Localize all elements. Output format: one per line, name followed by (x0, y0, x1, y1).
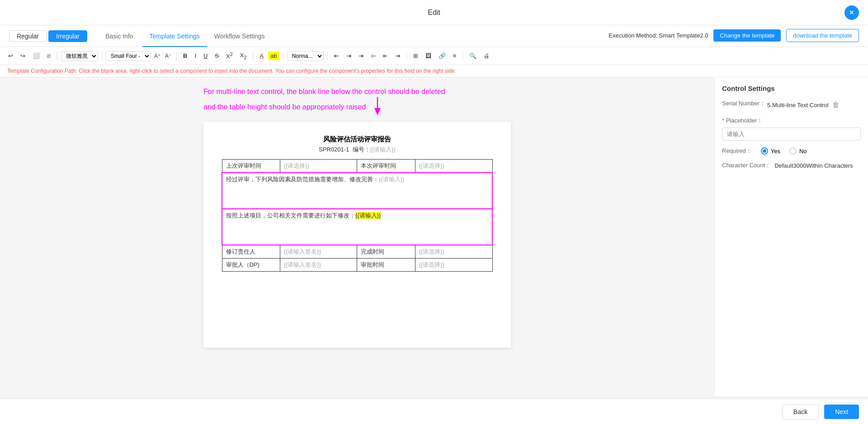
table-cell: {{请输入签名}} (280, 259, 357, 272)
required-no-radio[interactable] (789, 147, 797, 155)
undo-button[interactable]: ↩ (5, 52, 16, 60)
page-title: Edit (428, 9, 440, 17)
delete-icon[interactable]: 🗑 (832, 101, 840, 109)
doc-subtitle-placeholder: {{请输入}} (370, 146, 396, 153)
font-color-button[interactable]: A (257, 52, 266, 60)
tab-basic-info[interactable]: Basic Info. (98, 25, 142, 47)
table-cell: 本次评审时间 (357, 160, 415, 173)
toolbar-separator-7 (406, 52, 407, 61)
indent-increase-button[interactable]: ⇥ (392, 52, 403, 60)
toolbar-separator-4 (253, 52, 253, 61)
font-size-select[interactable]: Small Four - (106, 51, 151, 61)
bottom-bar: Back Next (0, 399, 868, 424)
required-asterisk: * (722, 117, 726, 124)
align-center-button[interactable]: ⇥ (344, 52, 354, 60)
panel-title: Control Settings (722, 85, 861, 92)
table-cell: 审批人（DP) (222, 259, 280, 272)
italic-button[interactable]: I (192, 52, 199, 60)
toolbar-separator-6 (327, 52, 328, 61)
irregular-mode-button[interactable]: Irregular (48, 30, 87, 42)
right-panel: Control Settings Serial Number： 5.Multi-… (714, 77, 868, 396)
required-field: Required： Yes No (722, 147, 861, 155)
align-right-button[interactable]: ⇥ (356, 52, 366, 60)
char-count-field: Character Count： Default3000Within Chara… (722, 161, 861, 170)
table-row: 上次评审时间 {{请选择}} 本次评审时间 {{请选择}} (222, 160, 492, 173)
bold-button[interactable]: B (180, 52, 190, 60)
clear-button[interactable]: ⎚ (44, 52, 53, 60)
download-template-button[interactable]: download the template (786, 29, 859, 42)
subscript-button[interactable]: X2 (237, 51, 250, 61)
table-cell: {{请选择}} (415, 160, 492, 173)
tab-bar: Regular Irregular Basic Info. Template S… (0, 25, 868, 47)
cell-placeholder: {{请选择}} (419, 162, 444, 169)
cell-placeholder: {{请输入签名}} (284, 261, 321, 268)
placeholder-input[interactable] (722, 127, 861, 141)
underline-button[interactable]: U (201, 52, 210, 60)
required-no-option[interactable]: No (789, 147, 807, 155)
change-template-button[interactable]: Change the template (713, 29, 781, 42)
table-cell: {{请选择}} (415, 245, 492, 259)
print-button[interactable]: 🖨 (481, 52, 492, 60)
font-size-up-button[interactable]: A⁺ (153, 52, 162, 61)
link-button[interactable]: 🔗 (436, 52, 448, 60)
table-button[interactable]: ⊞ (410, 52, 421, 60)
list-button[interactable]: ≡ (450, 52, 459, 60)
table-cell: 完成时间 (357, 245, 415, 259)
cell-placeholder: {{请输入签名}} (284, 248, 321, 255)
font-size-down-button[interactable]: A⁻ (164, 52, 173, 61)
justify-button[interactable]: ⇦ (368, 52, 378, 60)
toolbar-separator-8 (462, 52, 463, 61)
highlight-button[interactable]: ab (268, 52, 279, 60)
toolbar-separator-5 (283, 52, 283, 61)
tab-template-settings[interactable]: Template Settings (142, 25, 207, 47)
superscript-button[interactable]: X2 (223, 51, 236, 61)
multiline-cell-1[interactable]: 经过评审，下列风险因素及防范措施需要增加、修改完善：{{请输入}} (222, 173, 492, 209)
char-count-label: Character Count： (722, 161, 771, 170)
required-radio-group: Yes No (761, 147, 807, 155)
image-button[interactable]: 🖼 (423, 52, 434, 60)
copy-button[interactable]: ⬜ (30, 52, 42, 60)
align-left-button[interactable]: ⇤ (331, 52, 342, 60)
document-table: 上次评审时间 {{请选择}} 本次评审时间 {{请选择}} 经过评审，下列风险因… (222, 159, 493, 272)
table-cell: 修订责任人 (222, 245, 280, 259)
required-label: Required： (722, 147, 752, 155)
zoom-button[interactable]: 🔍 (467, 52, 479, 60)
font-family-select[interactable]: 微软雅黑 (61, 51, 98, 61)
char-count-value: Default3000Within Characters (774, 162, 853, 169)
tab-workflow-settings[interactable]: Workflow Settings (207, 25, 272, 47)
annotation-line2: and the table height should be appropria… (203, 102, 366, 113)
toolbar-separator-2 (102, 52, 102, 61)
indent-decrease-button[interactable]: ⇤ (380, 52, 391, 60)
cell-placeholder: {{请选择}} (419, 261, 444, 268)
annotation-line1: For multi-line text control, the blank l… (203, 86, 511, 97)
doc-subtitle: SPR0201-1 编号：{{请输入}} (222, 146, 493, 154)
next-button[interactable]: Next (824, 405, 859, 419)
required-yes-radio[interactable] (761, 147, 768, 155)
table-cell: 审批时间 (357, 259, 415, 272)
table-row: 按照上述项目，公司相关文件需要进行如下修改：{{请输入}} (222, 209, 492, 245)
cell-placeholder: {{请选择}} (419, 248, 444, 255)
execution-method-label: Execution Method: Smart Template2.0 (609, 32, 708, 39)
close-button[interactable]: × (844, 5, 859, 20)
cell-placeholder: {{请输入}} (379, 176, 404, 183)
multiline-cell-2[interactable]: 按照上述项目，公司相关文件需要进行如下修改：{{请输入}} (222, 209, 492, 245)
serial-number-value: 5.Multi-line Text Control (767, 102, 829, 108)
cell-placeholder: {{请选择}} (284, 162, 309, 169)
cell-highlight-placeholder: {{请输入}} (355, 212, 381, 219)
annotation: For multi-line text control, the blank l… (203, 86, 511, 117)
strikethrough-button[interactable]: S (212, 52, 222, 60)
back-button[interactable]: Back (782, 404, 819, 419)
required-yes-option[interactable]: Yes (761, 147, 780, 155)
table-cell: 上次评审时间 (222, 160, 280, 173)
info-message: Template Configuration Path: Click the b… (0, 65, 868, 77)
editor-area[interactable]: For multi-line text control, the blank l… (0, 77, 714, 396)
placeholder-field: * Placeholder： (722, 117, 861, 141)
table-cell: {{请选择}} (415, 259, 492, 272)
paragraph-format-select[interactable]: Norma... (287, 51, 324, 61)
table-cell: {{请输入签名}} (280, 245, 357, 259)
toolbar-separator-3 (176, 52, 177, 61)
main-content: For multi-line text control, the blank l… (0, 77, 868, 396)
table-row: 经过评审，下列风险因素及防范措施需要增加、修改完善：{{请输入}} (222, 173, 492, 209)
redo-button[interactable]: ↪ (18, 52, 28, 60)
regular-mode-button[interactable]: Regular (9, 30, 47, 42)
